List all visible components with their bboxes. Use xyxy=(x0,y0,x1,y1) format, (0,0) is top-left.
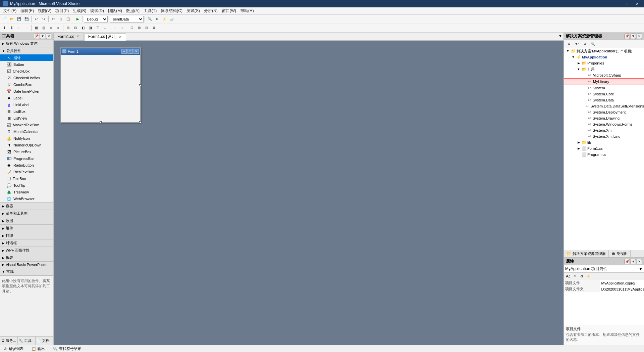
se-tb-show-all[interactable]: 👁 xyxy=(573,40,581,48)
resize-handle-bottom-right[interactable] xyxy=(139,121,141,123)
tb-open[interactable]: 📂 xyxy=(8,15,15,23)
toolbox-section-all-header[interactable]: ▶ 所有 Windows 窗体 xyxy=(0,40,53,47)
se-tab-solution-explorer[interactable]: 📁 解决方案资源管理器 xyxy=(564,250,609,257)
tb-undo[interactable]: ↩ xyxy=(33,15,40,23)
tree-item-ref-systemxmllinq[interactable]: ▶ ↩ System.Xml.Linq xyxy=(564,133,644,139)
tree-item-ref-systemdata[interactable]: ▶ ↩ System.Data xyxy=(564,97,644,103)
reports-header[interactable]: ▶ 报表 xyxy=(0,254,53,261)
tb2-11[interactable]: ◧ xyxy=(79,24,87,32)
toolbox-dropdown-btn[interactable]: ▼ xyxy=(40,34,45,39)
tab-scroll-arrow[interactable]: ▼ xyxy=(557,33,564,40)
tb-more2[interactable]: ⚡ xyxy=(161,15,168,23)
toolbox-item-listview[interactable]: ⊞ ListView xyxy=(0,115,53,122)
se-tb-search[interactable]: 🔍 xyxy=(589,40,597,48)
menu-help[interactable]: 帮助(H) xyxy=(238,7,256,14)
tb2-18[interactable]: ⊞ xyxy=(136,24,143,32)
form-minimize-btn[interactable]: ─ xyxy=(121,49,127,54)
tb2-2[interactable]: ⬇ xyxy=(8,24,15,32)
toolbox-item-monthcalendar[interactable]: 🗓 MonthCalendar xyxy=(0,128,53,135)
debug-config-dropdown[interactable]: Debug Release xyxy=(84,16,108,23)
toolbox-item-pointer[interactable]: ↖ 指针 xyxy=(0,54,53,61)
props-pin-btn[interactable]: 📌 xyxy=(625,259,630,264)
tree-item-ref-systemdataext[interactable]: ▶ ↩ System.Data.DataSetExtensions xyxy=(564,103,644,109)
close-button[interactable]: ✕ xyxy=(633,0,641,7)
tb2-1[interactable]: ⬆ xyxy=(1,24,8,32)
form-close-btn[interactable]: ✕ xyxy=(133,49,139,54)
tree-item-project[interactable]: ▼ ⚡ MyApplication xyxy=(564,54,644,60)
menu-test[interactable]: 测试(S) xyxy=(184,7,202,14)
menu-data[interactable]: 数据(A) xyxy=(124,7,142,14)
menus-header[interactable]: ▶ 菜单和工具栏 xyxy=(0,210,53,217)
tb2-19[interactable]: ⊟ xyxy=(143,24,150,32)
toolbox-item-richtextbox[interactable]: 📝 RichTextBox xyxy=(0,169,53,175)
tb-find[interactable]: 🔍 xyxy=(146,15,153,23)
tab-form1-cs[interactable]: Form1.cs ✕ xyxy=(54,33,84,40)
toolbox-item-treeview[interactable]: 🌲 TreeView xyxy=(0,189,53,195)
toolbox-tab-services[interactable]: ⚙ 服务... xyxy=(0,337,18,345)
tb-cut[interactable]: ✂ xyxy=(50,15,57,23)
tb2-10[interactable]: ⊟ xyxy=(72,24,79,32)
menu-analyze[interactable]: 分析(N) xyxy=(202,7,220,14)
form-window[interactable]: Form1 ─ □ ✕ xyxy=(60,47,141,123)
form-maximize-btn[interactable]: □ xyxy=(127,49,133,54)
tb2-4[interactable]: → xyxy=(23,24,30,32)
tree-item-ref-systemcore[interactable]: ▶ ↩ System.Core xyxy=(564,91,644,97)
tb-paste[interactable]: 📋 xyxy=(64,15,72,23)
containers-header[interactable]: ▶ 容器 xyxy=(0,203,53,210)
wpf-header[interactable]: ▶ WPF 互操作性 xyxy=(0,247,53,254)
tree-item-programcs[interactable]: ▶ ⬜ Program.cs xyxy=(564,151,644,158)
props-tb-categorized[interactable]: ≡ xyxy=(572,273,578,279)
se-pin-btn[interactable]: 📌 xyxy=(625,34,630,39)
toolbox-tab-docs[interactable]: 📄 文档... xyxy=(36,337,53,345)
menu-file[interactable]: 文件(F) xyxy=(1,7,18,14)
tb2-8[interactable]: ≡ xyxy=(55,24,62,32)
menu-view[interactable]: 视图(V) xyxy=(36,7,53,14)
dialogs-header[interactable]: ▶ 对话框 xyxy=(0,239,53,247)
toolbox-item-webbrowser[interactable]: 🌐 WebBrowser xyxy=(0,195,53,202)
tb2-5[interactable]: ▦ xyxy=(33,24,40,32)
menu-team[interactable]: 团队(M) xyxy=(106,7,124,14)
tree-item-lib[interactable]: ▶ 📁 lib xyxy=(564,139,644,145)
tb-redo[interactable]: ↪ xyxy=(40,15,47,23)
tree-item-ref-systemdeployment[interactable]: ▶ ↩ System.Deployment xyxy=(564,109,644,115)
tree-item-ref-mylibrary[interactable]: ▶ ↩ MyLibrary xyxy=(564,78,644,85)
tb2-14[interactable]: ⊥ xyxy=(101,24,109,32)
tree-item-ref-system[interactable]: ▶ ↩ System xyxy=(564,85,644,91)
menu-build[interactable]: 生成(B) xyxy=(71,7,88,14)
toolbox-item-checkbox[interactable]: ☑ CheckBox xyxy=(0,68,53,75)
tb2-17[interactable]: ⊡ xyxy=(128,24,136,32)
toolbox-item-maskedtextbox[interactable]: ab MaskedTextBox xyxy=(0,122,53,128)
tb2-7[interactable]: ≡ xyxy=(47,24,55,32)
tb2-16[interactable]: ↕ xyxy=(118,24,126,32)
toolbox-item-textbox[interactable]: TextBox xyxy=(0,175,53,182)
tb2-15[interactable]: ↔ xyxy=(111,24,118,32)
toolbox-item-datetimepicker[interactable]: 📅 DateTimePicker xyxy=(0,88,53,95)
tab-form1-designer[interactable]: Form1.cs [设计] ✕ xyxy=(85,33,126,41)
tb-save[interactable]: 💾 xyxy=(15,15,23,23)
toolbox-close-btn[interactable]: ✕ xyxy=(46,34,51,39)
tb2-13[interactable]: ⊤ xyxy=(94,24,101,32)
design-surface[interactable]: Form1 ─ □ ✕ xyxy=(54,41,564,345)
toolbox-item-listbox[interactable]: ☰ ListBox xyxy=(0,108,53,115)
toolbox-item-radiobutton[interactable]: ◉ RadioButton xyxy=(0,162,53,169)
tb-start[interactable]: ▶ xyxy=(74,15,82,23)
toolbox-item-numericupdown[interactable]: ⬆ NumericUpDown xyxy=(0,142,53,148)
tb-more3[interactable]: 📊 xyxy=(168,15,175,23)
tab-form1-cs-close[interactable]: ✕ xyxy=(75,34,80,39)
toolbox-pin-btn[interactable]: 📌 xyxy=(34,34,39,39)
platform-dropdown[interactable]: sendData xyxy=(110,16,144,23)
tb-save-all[interactable]: 💾 xyxy=(23,15,30,23)
menu-tools[interactable]: 工具(T) xyxy=(142,7,159,14)
se-tb-refresh[interactable]: ↺ xyxy=(581,40,589,48)
menu-window[interactable]: 窗口(W) xyxy=(220,7,238,14)
tree-item-ref-systemwinforms[interactable]: ▶ ↩ System.Windows.Forms xyxy=(564,121,644,127)
resize-handle-right-mid[interactable] xyxy=(139,84,141,86)
components-header[interactable]: ▶ 组件 xyxy=(0,225,53,232)
toolbox-item-label[interactable]: A Label xyxy=(0,95,53,101)
tb-new[interactable]: 📄 xyxy=(1,15,8,23)
props-dropdown-btn[interactable]: ▼ xyxy=(631,259,636,264)
tb-more1[interactable]: ⚙ xyxy=(153,15,161,23)
toolbox-item-linklabel[interactable]: A LinkLabel xyxy=(0,101,53,108)
tree-item-ref-systemdrawing[interactable]: ▶ ↩ System.Drawing xyxy=(564,115,644,121)
se-tab-class-view[interactable]: 🏛 类视图 xyxy=(609,250,631,257)
